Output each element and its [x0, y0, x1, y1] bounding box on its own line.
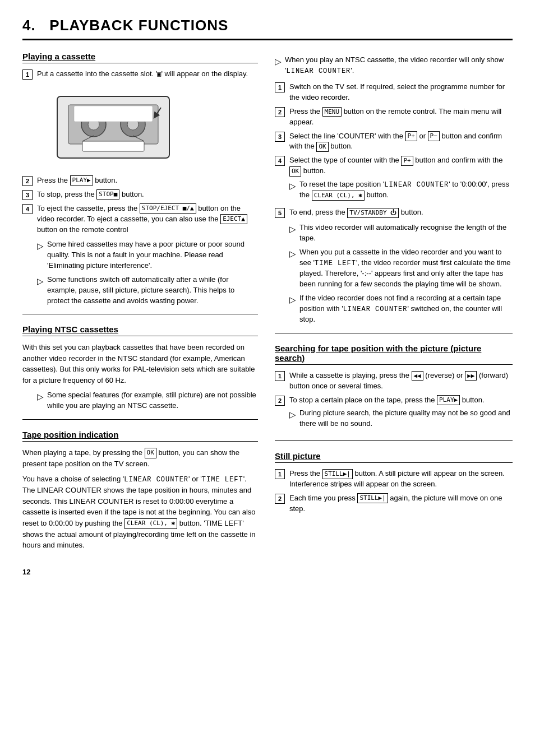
- step-number: 2: [275, 396, 285, 406]
- step-text: While a cassette is playing, press the ◀…: [289, 370, 513, 392]
- step-number: 2: [275, 107, 285, 117]
- note-block-auto: ▷ This video recorder will automatically…: [289, 222, 513, 244]
- still-picture-steps: 1 Press the STILL▶| button. A still pict…: [275, 469, 513, 514]
- clear-button-label: CLEAR (CL), ✱: [124, 518, 177, 529]
- step-item: 4 To eject the cassette, press the STOP/…: [22, 203, 258, 235]
- still-button-label-2: STILL▶|: [357, 493, 388, 503]
- rewind-button-label: ◀◀: [412, 371, 423, 381]
- eject-button-label: EJECT▲: [220, 214, 247, 224]
- step-text: Switch on the TV set. If required, selec…: [289, 82, 513, 103]
- note-block-1: ▷ Some hired cassettes may have a poor p…: [37, 239, 258, 271]
- stop-eject-button-label: STOP/EJECT ■/▲: [140, 203, 196, 214]
- note-arrow-icon: ▷: [289, 180, 296, 192]
- note-arrow-icon: ▷: [289, 294, 296, 306]
- note-text-2: Some functions switch off automatically …: [47, 275, 258, 307]
- step-item: 1 Switch on the TV set. If required, sel…: [275, 82, 513, 103]
- step-text: Put a cassette into the cassette slot. '…: [37, 69, 258, 172]
- section-divider: [22, 314, 258, 314]
- note-block-2: ▷ Some functions switch off automaticall…: [37, 275, 258, 307]
- step-item: 2 Press the MENU button on the remote co…: [275, 106, 513, 128]
- ok-button-label-3: OK: [289, 166, 301, 177]
- note-arrow-icon: ▷: [289, 223, 296, 235]
- section-playing-cassette: Playing a cassette: [22, 52, 258, 63]
- note-text-picture-search: During picture search, the picture quali…: [299, 408, 513, 429]
- ok-button-label-2: OK: [316, 142, 328, 152]
- step-number: 1: [275, 371, 285, 381]
- chapter-title: 4. PLAYBACK FUNCTIONS: [22, 17, 513, 40]
- note-arrow-icon: ▷: [37, 275, 44, 287]
- step-number: 3: [22, 190, 33, 200]
- step-number: 4: [22, 204, 33, 214]
- svg-rect-6: [82, 141, 144, 151]
- p-plus-button-label-2: P+: [401, 156, 413, 166]
- note-text-1: Some hired cassettes may have a poor pic…: [47, 239, 258, 271]
- note-arrow-icon: ▷: [289, 409, 296, 421]
- picture-search-steps: 1 While a cassette is playing, press the…: [275, 370, 513, 433]
- note-block-picture-search: ▷ During picture search, the picture qua…: [289, 408, 513, 429]
- p-minus-button-label: P−: [428, 131, 440, 141]
- step-item: 1 Put a cassette into the cassette slot.…: [22, 69, 258, 172]
- note-text-ntsc: Some special features (for example, stil…: [47, 390, 258, 411]
- step-item: 4 Select the type of counter with the P+…: [275, 155, 513, 204]
- chapter-number: 4.: [22, 17, 36, 34]
- step-text: To end, press the TV/STANDBY ⏻ button.: [289, 207, 513, 218]
- note-block-timeleft: ▷ When you put a cassette in the video r…: [289, 247, 513, 290]
- step-item: 1 Press the STILL▶| button. A still pict…: [275, 469, 513, 490]
- note-arrow-icon: ▷: [37, 391, 44, 403]
- tape-position-body1: When playing a tape, by pressing the OK …: [22, 447, 258, 469]
- step-text: Select the type of counter with the P+ b…: [289, 155, 513, 204]
- step-text: Press the PLAY▶ button.: [37, 175, 258, 186]
- note-arrow-icon: ▷: [289, 248, 296, 260]
- step-item: 3 To stop, press the STOP■ button.: [22, 189, 258, 200]
- playing-cassette-steps: 1 Put a cassette into the cassette slot.…: [22, 69, 258, 235]
- step-item: 1 While a cassette is playing, press the…: [275, 370, 513, 392]
- section-ntsc: Playing NTSC cassettes: [22, 324, 258, 336]
- step-text: To stop, press the STOP■ button.: [37, 189, 258, 200]
- step-number: 5: [275, 208, 285, 218]
- chapter-title-text: PLAYBACK FUNCTIONS: [49, 17, 228, 34]
- play-button-label-2: PLAY▶: [437, 395, 460, 405]
- ok-button-label: OK: [145, 448, 156, 458]
- step-number: 2: [22, 176, 33, 186]
- p-plus-button-label: P+: [405, 131, 417, 141]
- note-block-counter-stop: ▷ If the video recorder does not find a …: [289, 293, 513, 325]
- note-block-ntsc-top: ▷ When you play an NTSC cassette, the vi…: [275, 55, 513, 76]
- step-number: 3: [275, 132, 285, 142]
- note-arrow-icon: ▷: [37, 240, 44, 252]
- tv-standby-button-label: TV/STANDBY ⏻: [347, 208, 399, 218]
- step-text: Press the STILL▶| button. A still pictur…: [289, 469, 513, 490]
- clear-button-label-2: CLEAR (CL), ✱: [312, 191, 365, 201]
- step-text: Select the line 'COUNTER' with the P+ or…: [289, 131, 513, 152]
- step-number: 2: [275, 494, 285, 504]
- step-item: 3 Select the line 'COUNTER' with the P+ …: [275, 131, 513, 152]
- stop-button-label: STOP■: [96, 189, 119, 200]
- menu-button-label: MENU: [322, 107, 342, 117]
- note-block-reset: ▷ To reset the tape position 'LINEAR COU…: [289, 179, 513, 201]
- step-item: 2 Each time you press STILL▶| again, the…: [275, 493, 513, 514]
- note-block-ntsc: ▷ Some special features (for example, st…: [37, 390, 258, 411]
- section-divider-2: [22, 419, 258, 420]
- counter-steps: 1 Switch on the TV set. If required, sel…: [275, 82, 513, 218]
- section-divider-still: [275, 440, 513, 441]
- tape-position-body2: You have a choise of selecting 'LINEAR C…: [22, 474, 258, 550]
- step-number: 1: [275, 82, 285, 92]
- note-text-timeleft: When you put a cassette in the video rec…: [299, 247, 513, 290]
- play-button-label: PLAY▶: [70, 175, 93, 185]
- note-text-reset: To reset the tape position 'LINEAR COUNT…: [299, 179, 513, 201]
- page-number: 12: [22, 568, 258, 576]
- note-text-ntsc-top: When you play an NTSC cassette, the vide…: [285, 55, 513, 76]
- step-item: 5 To end, press the TV/STANDBY ⏻ button.: [275, 207, 513, 218]
- note-text-counter-stop: If the video recorder does not find a re…: [299, 293, 513, 325]
- step-number: 1: [22, 69, 33, 80]
- forward-button-label: ▶▶: [465, 371, 477, 381]
- still-button-label: STILL▶|: [322, 469, 353, 479]
- cassette-image: [52, 85, 175, 166]
- note-text-auto: This video recorder will automatically r…: [299, 222, 513, 244]
- note-arrow-icon: ▷: [275, 55, 282, 68]
- ntsc-body: With this set you can playback cassettes…: [22, 342, 258, 386]
- section-still-picture: Still picture: [275, 451, 513, 463]
- step-text: Each time you press STILL▶| again, the p…: [289, 493, 513, 514]
- left-column: Playing a cassette 1 Put a cassette into…: [22, 52, 258, 576]
- step-item: 2 Press the PLAY▶ button.: [22, 175, 258, 186]
- step-text: Press the MENU button on the remote cont…: [289, 106, 513, 128]
